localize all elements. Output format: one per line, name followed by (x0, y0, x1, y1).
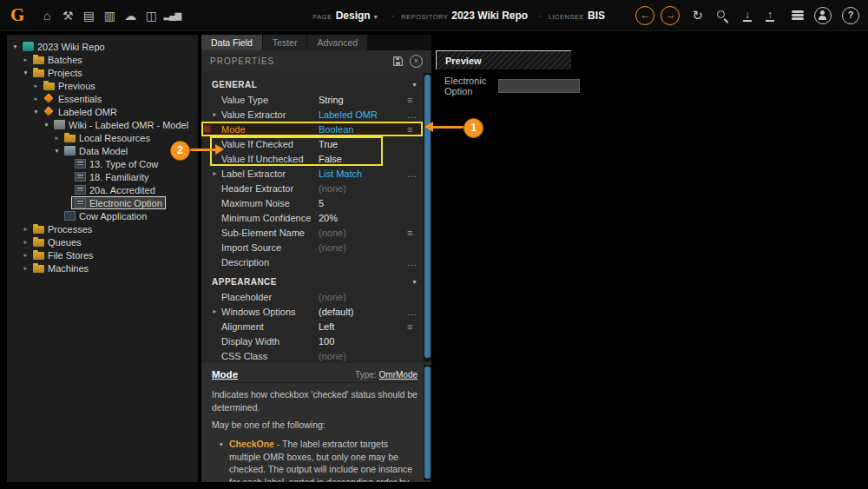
tree-item[interactable]: Processes (7, 222, 198, 235)
property-value[interactable]: Labeled OMR (319, 109, 407, 120)
tree-item[interactable]: Wiki - Labeled OMR - Model (7, 118, 198, 131)
grid-scrollbar-thumb[interactable] (424, 75, 431, 358)
tree-node[interactable]: 20a. Accredited (72, 184, 158, 195)
section-collapse-icon[interactable]: ▼ (411, 279, 418, 285)
expand-chevron-icon[interactable]: ► (212, 170, 221, 176)
property-row[interactable]: Value If Checked ▼ ► Value If Checked Tr… (201, 136, 423, 151)
tree-node[interactable]: Queues (30, 236, 84, 248)
tree-item[interactable]: Local Resources (7, 131, 198, 144)
row-action-icon[interactable] (407, 307, 423, 317)
tree-node[interactable]: Data Model (62, 145, 130, 156)
property-value[interactable]: List Match (319, 169, 407, 179)
tree-item[interactable]: Cow Application (7, 209, 198, 222)
property-value[interactable]: 5 (319, 198, 407, 208)
stats-icon[interactable]: ▂▄▆ (161, 10, 182, 20)
property-row[interactable]: Value If Unchecked ▼ ► Value If Unchecke… (201, 151, 423, 166)
refresh-icon[interactable]: ↻ (692, 8, 703, 23)
property-value[interactable]: (none) (319, 228, 407, 238)
tree-node[interactable]: Previous (41, 80, 98, 91)
property-row[interactable]: Value Type ▼ ► Value Type String (201, 92, 423, 107)
section-collapse-icon[interactable]: ▼ (411, 82, 418, 88)
cloud-icon[interactable]: ☁ (120, 9, 141, 23)
page-selector[interactable]: Design (336, 10, 371, 22)
tree-item[interactable]: Data Model (7, 144, 198, 157)
chevron-down-icon[interactable]: ▾ (374, 13, 378, 21)
tree-item[interactable]: 13. Type of Cow (7, 157, 198, 170)
tree-expander-icon[interactable] (42, 122, 51, 128)
property-value[interactable]: 20% (319, 213, 407, 223)
tree-expander-icon[interactable] (52, 148, 62, 154)
tree-item[interactable]: Batches (7, 53, 198, 66)
tree-node[interactable]: Electronic Option (72, 197, 165, 208)
row-action-icon[interactable] (407, 109, 423, 120)
help-icon[interactable]: ? (842, 7, 859, 24)
property-row[interactable]: Windows Options ▼ ► Windows Options (def… (201, 304, 423, 319)
tree-expander-icon[interactable] (21, 69, 30, 76)
expand-chevron-icon[interactable]: ► (212, 308, 221, 314)
row-action-icon[interactable] (407, 257, 423, 268)
exports-icon[interactable]: ▥ (99, 9, 120, 23)
tree-node[interactable]: Labeled OMR (41, 106, 120, 117)
property-row[interactable]: Minimum Confidence ▼ ► Minimum Confidenc… (201, 210, 423, 225)
tree-expander-icon[interactable] (31, 109, 41, 115)
tree-node[interactable]: Processes (30, 223, 95, 235)
tree-expander-icon[interactable] (21, 56, 30, 63)
row-action-icon[interactable] (407, 95, 423, 105)
property-value[interactable]: Boolean (319, 124, 407, 135)
help-scrollbar-thumb[interactable] (424, 367, 431, 479)
property-row[interactable]: Description ▼ ► Description (201, 254, 423, 269)
property-value[interactable]: (default) (319, 307, 407, 317)
forward-button[interactable]: → (661, 6, 680, 25)
tree-expander-icon[interactable] (31, 96, 41, 102)
property-value[interactable]: 100 (319, 336, 407, 347)
property-value[interactable]: (none) (319, 351, 407, 361)
back-button[interactable]: ← (635, 6, 654, 25)
tree-item[interactable]: Projects (7, 66, 198, 79)
tree-node[interactable]: 13. Type of Cow (72, 158, 161, 169)
tree-item[interactable]: File Stores (7, 248, 198, 261)
expand-chevron-icon[interactable]: ► (212, 111, 221, 117)
property-row[interactable]: Mode ▼ ► Mode Boolean (201, 122, 423, 136)
tree-expander-icon[interactable] (31, 83, 41, 89)
batches-icon[interactable]: ▤ (78, 9, 99, 23)
property-value[interactable]: True (319, 139, 407, 149)
help-type-link[interactable]: OmrMode (379, 370, 418, 380)
row-action-icon[interactable] (407, 124, 423, 135)
tree-item[interactable]: Previous (7, 79, 198, 92)
property-value[interactable]: Left (319, 321, 407, 332)
upload-icon[interactable]: ↑ (766, 10, 774, 22)
tree-expander-icon[interactable] (21, 226, 30, 232)
tree-expander-icon[interactable] (10, 43, 20, 50)
tab[interactable]: Advanced (307, 35, 367, 50)
property-row[interactable]: CSS Class ▼ ► CSS Class (none) (201, 348, 423, 363)
property-row[interactable]: GENERAL ▼ ► GENERAL (201, 76, 423, 92)
property-row[interactable]: Alignment ▼ ► Alignment Left (201, 319, 423, 334)
property-row[interactable]: Import Source ▼ ► Import Source (none) (201, 240, 423, 254)
download-icon[interactable]: ↓ (743, 10, 752, 22)
property-value[interactable]: (none) (319, 183, 407, 194)
property-value[interactable]: (none) (319, 292, 407, 302)
tree-node[interactable]: Cow Application (62, 210, 149, 221)
storage-icon[interactable]: ◫ (141, 9, 161, 23)
tree-node[interactable]: File Stores (30, 249, 96, 261)
tree-node[interactable]: Batches (30, 54, 85, 65)
account-icon[interactable] (814, 7, 832, 24)
property-row[interactable]: Maximum Noise ▼ ► Maximum Noise 5 (201, 195, 423, 210)
tree-expander-icon[interactable] (21, 265, 30, 271)
tree-item[interactable]: Labeled OMR (7, 105, 198, 118)
tree-node[interactable]: Machines (30, 262, 91, 274)
property-row[interactable]: APPEARANCE ▼ ► APPEARANCE (201, 274, 423, 289)
tree-item[interactable]: Electronic Option (7, 196, 198, 209)
tree-item[interactable]: Queues (7, 235, 198, 248)
tab[interactable]: Tester (263, 35, 307, 50)
tools-icon[interactable]: ⚒ (57, 9, 78, 23)
tree-node[interactable]: 18. Familiarity (72, 171, 151, 182)
property-row[interactable]: Label Extractor ▼ ► Label Extractor List… (201, 166, 423, 181)
property-value[interactable]: False (319, 154, 407, 164)
home-icon[interactable]: ⌂ (36, 9, 57, 23)
close-icon[interactable]: × (410, 55, 423, 68)
preview-field-input[interactable] (498, 79, 580, 93)
tree-expander-icon[interactable] (21, 239, 30, 245)
row-action-icon[interactable] (407, 228, 423, 238)
tree-item[interactable]: 2023 Wiki Repo (7, 40, 198, 53)
